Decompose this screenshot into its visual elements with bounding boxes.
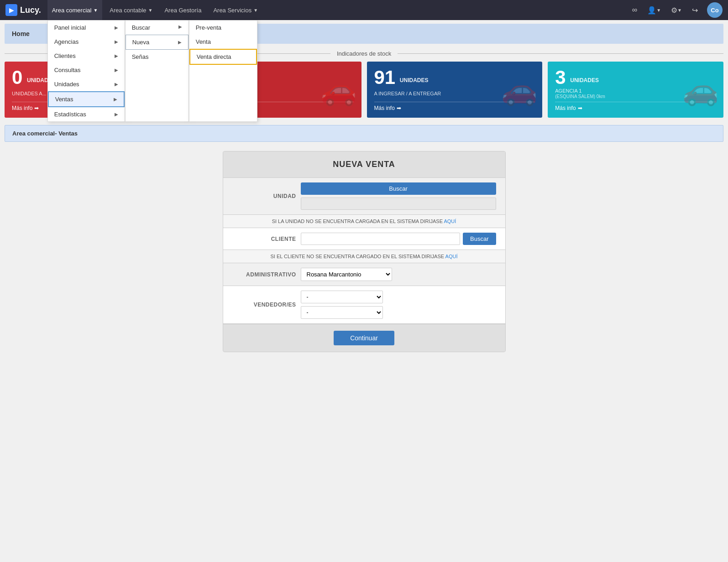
topnav: ▶ Lucy. Area comercial ▼ Panel inicial ▶… [0, 0, 728, 20]
user-icon: 👤 [647, 6, 656, 15]
dropdown-arrow: ▶ [115, 53, 118, 58]
submenu3-venta-directa[interactable]: Venta directa [189, 49, 257, 65]
card4-icon: 🚗 [682, 73, 719, 107]
dropdown-arrow: ▶ [115, 112, 118, 117]
logo: ▶ Lucy. [5, 4, 41, 16]
nav-icon-infinity[interactable]: ∞ [628, 0, 641, 20]
user-avatar: Co [707, 2, 723, 18]
nav-area-servicios[interactable]: Area Servicios ▼ [209, 0, 262, 20]
indicator-card-4: 3 UNIDADES AGENCIA 1 (ESQUINA SALEM) 0km… [548, 62, 723, 118]
dropdown-level3: Pre-venta Venta Venta directa [189, 20, 257, 122]
card3-icon: 🚗 [501, 73, 538, 107]
logo-text: Lucy. [20, 5, 41, 15]
cliente-info-text: SI EL CLIENTE NO SE ENCUENTRA CARGADO EN… [271, 254, 445, 259]
vendedores-content: - - [301, 291, 496, 319]
nav-area-gestoria[interactable]: Area Gestoría [160, 0, 206, 20]
submenu3-preventa[interactable]: Pre-venta [189, 21, 257, 35]
user-arrow: ▼ [656, 8, 661, 13]
dropdown-level2: Buscar ▶ Nueva ▶ Señas [125, 20, 189, 122]
vendor-row: - - [301, 291, 496, 319]
form-row-cliente: CLIENTE Buscar [223, 228, 505, 250]
submenu-senias[interactable]: Señas [126, 50, 189, 64]
nav-area-contable[interactable]: Area contable ▼ [105, 0, 157, 20]
nueva-venta-form: NUEVA VENTA UNIDAD Buscar SI LA UNIDAD N… [223, 151, 506, 352]
settings-icon: ⚙ [671, 6, 677, 15]
continuar-button[interactable]: Continuar [334, 331, 394, 345]
card1-more-arrow: ➡ [34, 105, 39, 111]
dropdown-arrow: ▶ [115, 25, 118, 30]
vendedor-select-1[interactable]: - [301, 291, 383, 303]
unidad-label: UNIDAD [232, 193, 296, 199]
logout-icon: ↪ [692, 6, 698, 15]
buscar-cliente-button[interactable]: Buscar [463, 233, 496, 245]
dropdown-arrow: ▶ [114, 97, 117, 102]
nav-area-gestoria-label: Area Gestoría [164, 7, 201, 14]
nav-icon-settings[interactable]: ⚙ ▼ [667, 0, 686, 20]
dropdown-unidades[interactable]: Unidades ▶ [48, 77, 125, 91]
dropdown-arrow: ▶ [115, 39, 118, 44]
nav-area-servicios-label: Area Servicios [213, 7, 251, 14]
unidad-info-row: SI LA UNIDAD NO SE ENCUENTRA CARGADA EN … [223, 215, 505, 228]
card4-label: UNIDADES [570, 77, 599, 83]
form-title: NUEVA VENTA [223, 151, 505, 178]
indicator-card-3: 91 UNIDADES A INGRESAR / A ENTREGAR 🚗 Má… [367, 62, 543, 118]
nav-area-comercial-arrow: ▼ [93, 8, 98, 13]
nav-area-contable-label: Area contable [110, 7, 146, 14]
dropdown-level1: Panel inicial ▶ Agencias ▶ Clientes ▶ Co… [47, 20, 125, 122]
cliente-label: CLIENTE [232, 236, 296, 242]
cliente-info-link[interactable]: AQUÍ [445, 254, 458, 259]
dropdown-agencias[interactable]: Agencias ▶ [48, 35, 125, 49]
nav-area-servicios-arrow: ▼ [253, 8, 258, 13]
card4-number: 3 [555, 67, 566, 88]
unidad-input[interactable] [301, 198, 496, 210]
nav-area-comercial-label: Area comercial [52, 7, 92, 14]
card3-number: 91 [374, 67, 396, 88]
dropdown-arrow: ▶ [115, 68, 118, 73]
submenu-nueva[interactable]: Nueva ▶ [126, 35, 189, 50]
cliente-input-row: Buscar [301, 233, 496, 245]
vendedor-select-2[interactable]: - [301, 306, 383, 319]
dropdown-consultas[interactable]: Consultas ▶ [48, 63, 125, 77]
ventas-banner: Area comercial- Ventas [5, 125, 723, 142]
submenu3-venta[interactable]: Venta [189, 35, 257, 49]
cliente-info-row: SI EL CLIENTE NO SE ENCUENTRA CARGADO EN… [223, 250, 505, 263]
submenu-buscar-arrow: ▶ [178, 24, 182, 29]
unidad-info-text: SI LA UNIDAD NO SE ENCUENTRA CARGADA EN … [272, 219, 443, 224]
form-row-administrativo: ADMINISTRATIVO Rosana Marcantonio Otro [223, 263, 505, 286]
breadcrumb-home[interactable]: Home [12, 30, 30, 37]
card3-more-arrow: ➡ [397, 105, 401, 111]
form-footer: Continuar [223, 324, 505, 352]
buscar-unidad-button[interactable]: Buscar [301, 182, 496, 195]
nav-icon-user[interactable]: 👤 ▼ [644, 0, 665, 20]
logo-icon: ▶ [5, 4, 17, 16]
card1-number: 0 [12, 67, 22, 88]
dropdown-menu: Panel inicial ▶ Agencias ▶ Clientes ▶ Co… [47, 20, 257, 122]
indicators-line-right [398, 53, 723, 54]
card4-more-arrow: ➡ [578, 105, 582, 111]
nav-area-comercial[interactable]: Area comercial ▼ Panel inicial ▶ Agencia… [47, 0, 103, 20]
administrativo-label: ADMINISTRATIVO [232, 271, 296, 278]
indicators-title: Indicadores de stock [330, 50, 398, 57]
dropdown-arrow: ▶ [115, 82, 118, 87]
unidad-info-link[interactable]: AQUÍ [444, 219, 456, 224]
card3-label: UNIDADES [400, 77, 429, 83]
unidad-content: Buscar [301, 182, 496, 210]
dropdown-clientes[interactable]: Clientes ▶ [48, 49, 125, 63]
settings-arrow: ▼ [677, 8, 682, 13]
submenu-buscar[interactable]: Buscar ▶ [126, 21, 189, 35]
cliente-input[interactable] [301, 233, 461, 245]
administrativo-select[interactable]: Rosana Marcantonio Otro [301, 268, 392, 281]
administrativo-content: Rosana Marcantonio Otro [301, 268, 496, 281]
card2-icon: 🚗 [320, 73, 357, 107]
submenu-nueva-arrow: ▶ [178, 40, 182, 45]
vendedores-label: VENDEDOR/ES [232, 302, 296, 308]
nav-area-contable-arrow: ▼ [148, 8, 153, 13]
form-row-vendedores: VENDEDOR/ES - - [223, 286, 505, 324]
dropdown-ventas[interactable]: Ventas ▶ [48, 91, 125, 107]
nav-icon-logout[interactable]: ↪ [688, 0, 702, 20]
ventas-banner-text: Area comercial- Ventas [12, 130, 78, 137]
dropdown-estadisticas[interactable]: Estadísticas ▶ [48, 107, 125, 121]
form-row-unidad: UNIDAD Buscar [223, 178, 505, 215]
dropdown-panel-inicial[interactable]: Panel inicial ▶ [48, 21, 125, 35]
cliente-content: Buscar [301, 233, 496, 245]
